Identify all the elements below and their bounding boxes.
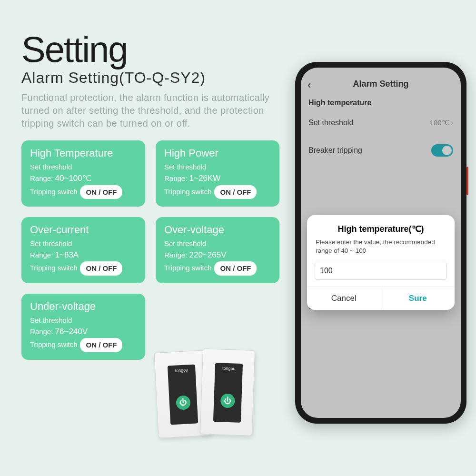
- card-tripping: Tripping switchON / OFF: [164, 185, 271, 199]
- page-title: Setting: [21, 29, 288, 70]
- card-under-voltage: Under-voltage Set threshold Range: 76~24…: [21, 294, 145, 360]
- toggle-on[interactable]: [431, 144, 453, 157]
- card-tripping: Tripping switchON / OFF: [30, 185, 137, 199]
- card-tripping: Tripping switchON / OFF: [30, 261, 137, 275]
- screen-title: ‹ Alarm Setting: [301, 72, 461, 94]
- onoff-pill: ON / OFF: [80, 261, 122, 275]
- card-over-voltage: Over-voltage Set threshold Range: 220~26…: [156, 217, 279, 283]
- card-set-label: Set threshold: [30, 315, 137, 326]
- onoff-pill: ON / OFF: [80, 338, 122, 352]
- card-title: Under-voltage: [30, 300, 137, 313]
- card-range: Range: 1~26KW: [164, 172, 271, 185]
- sure-button[interactable]: Sure: [381, 287, 455, 310]
- row-breaker-tripping[interactable]: Breaker tripping: [301, 136, 461, 165]
- back-icon[interactable]: ‹: [307, 79, 311, 91]
- card-high-temperature: High Temperature Set threshold Range: 40…: [21, 140, 145, 207]
- card-title: Over-voltage: [164, 224, 271, 236]
- onoff-pill: ON / OFF: [214, 261, 257, 275]
- card-over-current: Over-current Set threshold Range: 1~63A …: [21, 217, 145, 283]
- onoff-pill: ON / OFF: [80, 185, 122, 199]
- card-title: High Power: [164, 147, 271, 159]
- cancel-button[interactable]: Cancel: [307, 287, 381, 310]
- card-tripping: Tripping switchON / OFF: [164, 261, 271, 275]
- onoff-pill: ON / OFF: [214, 185, 257, 199]
- page-subtitle: Alarm Setting(TO-Q-SY2): [21, 69, 288, 87]
- chevron-right-icon: ›: [451, 119, 453, 127]
- device-product-image: tongou ⏻ tongou ⏻: [156, 347, 280, 442]
- card-set-label: Set threshold: [164, 238, 271, 249]
- phone-mockup: ‹ Alarm Setting High temperature Set thr…: [295, 62, 466, 424]
- row-set-threshold[interactable]: Set threshold 100℃›: [301, 110, 461, 136]
- card-title: High Temperature: [30, 147, 137, 159]
- card-range: Range: 76~240V: [30, 326, 137, 338]
- power-icon: ⏻: [176, 396, 191, 411]
- card-title: Over-current: [30, 224, 137, 236]
- page-description: Functional protection, the alarm functio…: [21, 91, 288, 130]
- card-range: Range: 220~265V: [164, 249, 271, 261]
- card-tripping: Tripping switchON / OFF: [30, 338, 137, 352]
- card-high-power: High Power Set threshold Range: 1~26KW T…: [156, 140, 279, 207]
- device-brand-label: tongou: [215, 366, 243, 371]
- feature-cards-grid: High Temperature Set threshold Range: 40…: [21, 140, 288, 360]
- section-title-high-temp: High temperature: [301, 94, 461, 110]
- threshold-input[interactable]: 100: [315, 262, 447, 280]
- dialog-high-temperature: High temperature(℃) Please enter the val…: [307, 215, 455, 310]
- card-set-label: Set threshold: [30, 161, 137, 172]
- card-range: Range: 1~63A: [30, 249, 137, 261]
- device-brand-label: tongou: [168, 367, 195, 374]
- card-set-label: Set threshold: [164, 161, 271, 172]
- dialog-title: High temperature(℃): [307, 215, 455, 236]
- dialog-subtitle: Please enter the value, the recommended …: [307, 236, 455, 260]
- card-set-label: Set threshold: [30, 238, 137, 249]
- card-range: Range: 40~100℃: [30, 172, 137, 185]
- power-icon: ⏻: [220, 394, 235, 408]
